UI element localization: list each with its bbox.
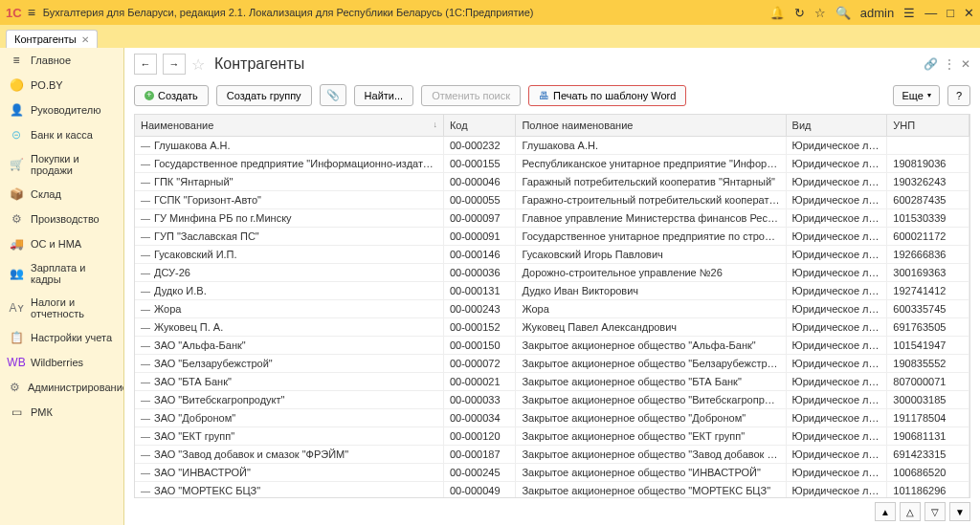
sidebar-icon: 📦 — [10, 187, 23, 201]
sidebar-item[interactable]: 🛒Покупки и продажи — [0, 147, 123, 182]
maximize-icon[interactable]: □ — [947, 6, 954, 20]
sidebar-label: Администрирование — [28, 382, 124, 393]
table-row[interactable]: —ГПК "Янтарный"00-000046Гаражный потреби… — [135, 173, 969, 191]
table-row[interactable]: —Дудко И.В.00-000131Дудко Иван Викторови… — [135, 282, 969, 300]
create-button[interactable]: +Создать — [134, 85, 209, 106]
table-row[interactable]: —ЗАО "Витебскагропродукт"00-000033Закрыт… — [135, 391, 969, 409]
tab-close-icon[interactable]: ✕ — [81, 34, 89, 45]
nav-forward-button[interactable]: → — [163, 54, 186, 75]
table-row[interactable]: —Жуковец П. А.00-000152Жуковец Павел Але… — [135, 318, 969, 337]
sidebar-label: PO.BY — [31, 79, 63, 91]
row-item-icon: — — [141, 413, 150, 424]
sidebar-label: Налоги и отчетность — [31, 296, 114, 319]
table-row[interactable]: —ЗАО "Белзарубежстрой"00-000072Закрытое … — [135, 355, 969, 373]
row-item-icon: — — [141, 250, 150, 260]
sidebar-item[interactable]: 📦Склад — [0, 182, 123, 207]
tab-label: Контрагенты — [14, 33, 77, 45]
sidebar-item[interactable]: АʏНалоги и отчетность — [0, 291, 123, 325]
sidebar-item[interactable]: WBWildberries — [0, 350, 123, 375]
kebab-icon[interactable]: ⋮ — [944, 57, 955, 71]
find-button[interactable]: Найти... — [354, 85, 414, 106]
row-item-icon: — — [141, 468, 150, 478]
table-row[interactable]: —ЗАО "МОРТЕКС БЦЗ"00-000049Закрытое акци… — [135, 482, 969, 499]
sidebar-item[interactable]: ▭РМК — [0, 400, 123, 425]
row-item-icon: — — [141, 431, 150, 442]
star-icon[interactable]: ☆ — [814, 6, 826, 20]
scroll-up-button[interactable]: △ — [900, 502, 921, 521]
row-item-icon: — — [141, 322, 150, 333]
page-close-icon[interactable]: ✕ — [961, 57, 970, 71]
page-title: Контрагенты — [214, 55, 304, 73]
table-row[interactable]: —ДСУ-2600-000036Дорожно-строительное упр… — [135, 264, 969, 282]
favorite-star-icon[interactable]: ☆ — [191, 55, 205, 74]
table-row[interactable]: —Глушакова А.Н.00-000232Глушакова А.Н.Юр… — [135, 137, 969, 155]
sidebar-icon: ⚙ — [10, 212, 23, 226]
table-row[interactable]: —ЗАО "ИНВАСТРОЙ"00-000245Закрытое акцион… — [135, 464, 969, 482]
table-row[interactable]: —ЗАО "ЕКТ групп"00-000120Закрытое акцион… — [135, 427, 969, 446]
sidebar-label: Банк и касса — [31, 129, 93, 141]
more-button[interactable]: Еще ▾ — [893, 85, 939, 106]
row-item-icon: — — [141, 213, 150, 224]
col-unp[interactable]: УНП — [887, 115, 969, 137]
tab-contragents[interactable]: Контрагенты ✕ — [6, 30, 98, 48]
close-icon[interactable]: ✕ — [964, 6, 974, 20]
scroll-bottom-button[interactable]: ▼ — [949, 502, 970, 521]
chevron-down-icon: ▾ — [927, 91, 931, 99]
row-item-icon: — — [141, 340, 150, 351]
bell-icon[interactable]: 🔔 — [769, 6, 785, 20]
history-icon[interactable]: ↻ — [794, 6, 805, 20]
scroll-down-button[interactable]: ▽ — [924, 502, 946, 521]
print-word-button[interactable]: 🖶Печать по шаблону Word — [528, 85, 686, 106]
sidebar-icon: WB — [10, 356, 23, 369]
sidebar-item[interactable]: 🟡PO.BY — [0, 73, 123, 98]
col-code[interactable]: Код — [443, 115, 516, 137]
col-type[interactable]: Вид — [786, 115, 887, 137]
col-fullname[interactable]: Полное наименование — [516, 115, 786, 137]
table-row[interactable]: —ЗАО "Доброном"00-000034Закрытое акционе… — [135, 409, 969, 427]
row-item-icon: — — [141, 159, 150, 169]
logo-1c: 1C — [6, 6, 22, 20]
link-icon[interactable]: 🔗 — [924, 57, 938, 71]
table-row[interactable]: —Государственное предприятие "Информацио… — [135, 155, 969, 173]
table-row[interactable]: —Гусаковский И.П.00-000146Гусаковский Иг… — [135, 246, 969, 264]
table-row[interactable]: —ГУ Минфина РБ по г.Минску00-000097Главн… — [135, 209, 969, 228]
cancel-find-button: Отменить поиск — [421, 85, 521, 106]
sort-indicator: ↓ — [433, 120, 437, 129]
row-item-icon: — — [141, 395, 150, 405]
sidebar-icon: ▭ — [10, 405, 23, 419]
nav-back-button[interactable]: ← — [134, 54, 157, 75]
sidebar-item[interactable]: 📋Настройки учета — [0, 325, 123, 350]
plus-icon: + — [145, 91, 154, 100]
sidebar: ≡Главное🟡PO.BY👤Руководителю⊝Банк и касса… — [0, 48, 124, 525]
sidebar-icon: ≡ — [10, 54, 23, 67]
titlebar: 1C ≡ Бухгалтерия для Беларуси, редакция … — [0, 0, 980, 25]
sidebar-label: Производство — [31, 213, 100, 225]
sidebar-label: Wildberries — [31, 357, 83, 368]
sidebar-item[interactable]: 👤Руководителю — [0, 98, 123, 122]
menu-icon[interactable]: ≡ — [28, 5, 35, 20]
help-button[interactable]: ? — [947, 85, 970, 106]
row-item-icon: — — [141, 268, 150, 278]
sidebar-icon: 🟡 — [10, 78, 23, 92]
table-row[interactable]: —Жора00-000243ЖораЮридическое лицо600335… — [135, 300, 969, 318]
table-row[interactable]: —ЗАО "Альфа-Банк"00-000150Закрытое акцио… — [135, 337, 969, 355]
create-group-button[interactable]: Создать группу — [216, 85, 312, 106]
table-row[interactable]: —ГСПК "Горизонт-Авто"00-000055Гаражно-ст… — [135, 191, 969, 209]
user-label[interactable]: admin — [860, 6, 894, 20]
sidebar-item[interactable]: 🚚ОС и НМА — [0, 231, 123, 256]
sidebar-label: ОС и НМА — [31, 238, 81, 250]
sidebar-item[interactable]: ≡Главное — [0, 48, 123, 73]
sidebar-item[interactable]: ⊝Банк и касса — [0, 122, 123, 147]
table-row[interactable]: —ГУП "Заславская ПС"00-000091Государстве… — [135, 228, 969, 246]
search-icon[interactable]: 🔍 — [835, 6, 851, 20]
scroll-top-button[interactable]: ▲ — [875, 502, 896, 521]
sidebar-item[interactable]: ⚙Администрирование — [0, 375, 123, 400]
sidebar-item[interactable]: 👥Зарплата и кадры — [0, 256, 123, 291]
attach-button[interactable]: 📎 — [320, 84, 346, 106]
table-row[interactable]: —ЗАО "Завод добавок и смазок "ФРЭЙМ"00-0… — [135, 446, 969, 464]
table-row[interactable]: —ЗАО "БТА Банк"00-000021Закрытое акционе… — [135, 373, 969, 391]
minimize-icon[interactable]: — — [924, 6, 937, 20]
settings-icon[interactable]: ☰ — [903, 6, 915, 20]
col-name[interactable]: Наименование↓ — [135, 115, 443, 137]
sidebar-item[interactable]: ⚙Производство — [0, 207, 123, 231]
